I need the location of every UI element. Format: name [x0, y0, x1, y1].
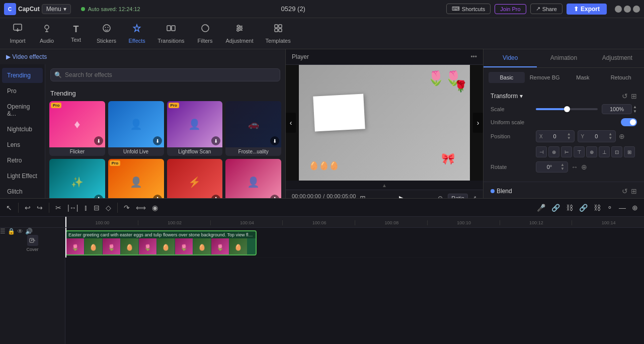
toolbar-transitions[interactable]: Transitions: [152, 20, 189, 47]
link-button[interactable]: 🔗: [549, 202, 562, 214]
zoom-tl-button[interactable]: ⊕: [630, 202, 640, 214]
undo-button[interactable]: ↩: [23, 202, 33, 214]
cover-label[interactable]: Cover: [0, 235, 65, 252]
rotate-input[interactable]: [539, 164, 559, 170]
subtab-basic[interactable]: Basic: [489, 72, 525, 83]
align-extra1-icon[interactable]: ⊡: [611, 146, 622, 157]
zoom-button[interactable]: ⊙: [436, 194, 445, 198]
export-button[interactable]: ⬆ Export: [567, 4, 607, 15]
shortcuts-button[interactable]: ⌨ Shortcuts: [446, 4, 491, 14]
align-bottom-icon[interactable]: ⊥: [599, 146, 610, 157]
mic-button[interactable]: 🎤: [535, 202, 547, 214]
download-icon[interactable]: ⬇: [211, 136, 220, 145]
position-reset-button[interactable]: ⊕: [619, 132, 625, 140]
ratio-button[interactable]: Ratio: [448, 194, 468, 198]
delete-button[interactable]: ⊟: [92, 202, 102, 214]
unlink-button[interactable]: ⛓: [592, 202, 603, 214]
track-lock-icon[interactable]: 🔒: [8, 228, 15, 235]
blend-expand-button[interactable]: ⊞: [631, 187, 637, 195]
expand-section-button[interactable]: ⊞: [631, 92, 637, 100]
download-icon[interactable]: ⬇: [94, 136, 103, 145]
split-button[interactable]: ✂: [53, 202, 63, 214]
align-center-h-icon[interactable]: ⊕: [548, 146, 559, 157]
category-light[interactable]: Light Effect: [2, 168, 43, 184]
scale-slider[interactable]: [536, 108, 598, 110]
key-button[interactable]: ⚬: [605, 202, 615, 214]
play-button[interactable]: ▶: [399, 194, 405, 199]
category-retro[interactable]: Retro: [2, 153, 43, 168]
shape-button[interactable]: ◇: [104, 202, 113, 214]
scale-input[interactable]: [602, 104, 632, 114]
category-opening[interactable]: Opening &...: [2, 99, 43, 121]
close-button[interactable]: [633, 6, 640, 13]
joinpro-button[interactable]: Join Pro: [495, 4, 526, 14]
toolbar-templates[interactable]: Templates: [261, 20, 296, 47]
y-input[interactable]: [586, 133, 606, 139]
track-eye-icon[interactable]: 👁: [17, 228, 23, 235]
download-icon[interactable]: ⬇: [153, 136, 162, 145]
split2-button[interactable]: |↔|: [65, 202, 80, 214]
blend-title[interactable]: Blend: [491, 188, 512, 195]
fullscreen-button[interactable]: ⤢: [471, 194, 477, 198]
tab-animation[interactable]: Animation: [537, 49, 590, 67]
effect-twinkle[interactable]: ✨ ⬇ Twinkle: [49, 159, 105, 198]
effect-strobe-pulse[interactable]: ⚡ ⬇ Strobe Pulse: [167, 159, 223, 198]
effect-flickery-shots[interactable]: 👤 ⬇ Flickery Shots: [225, 159, 281, 198]
toolbar-adjustment[interactable]: Adjustment: [221, 20, 259, 47]
link2-button[interactable]: ⛓: [564, 202, 575, 214]
toolbar-stickers[interactable]: Stickers: [92, 20, 121, 47]
align-left-icon[interactable]: ⊣: [536, 146, 547, 157]
toolbar-text[interactable]: T Text: [62, 21, 90, 46]
download-icon[interactable]: ⬇: [270, 195, 279, 198]
share-button[interactable]: ↗ Share: [530, 4, 562, 14]
download-icon[interactable]: ⬇: [211, 195, 220, 198]
search-input[interactable]: [50, 68, 280, 81]
forward-button[interactable]: ↷: [122, 202, 132, 214]
download-icon[interactable]: ⬇: [94, 195, 103, 198]
effect-flicker[interactable]: Pro ♦ ⬇ Flicker: [49, 101, 105, 156]
effect-lightflow-scan[interactable]: Pro 👤 ⬇ Lightflow Scan: [167, 101, 223, 156]
align-right-icon[interactable]: ⊢: [561, 146, 572, 157]
minus-button[interactable]: —: [617, 202, 628, 214]
select-tool-button[interactable]: ↖: [4, 202, 14, 214]
subtab-retouch[interactable]: Retouch: [603, 72, 639, 83]
transform-title[interactable]: Transform ▾: [491, 93, 523, 100]
align-top-icon[interactable]: ⊤: [574, 146, 585, 157]
subtab-mask[interactable]: Mask: [565, 72, 601, 83]
toolbar-filters[interactable]: Filters: [192, 20, 219, 47]
flip-horizontal-button[interactable]: ↔: [571, 163, 578, 171]
rotate-reset-button[interactable]: ⊕: [581, 163, 587, 171]
scale-up-arrow[interactable]: ▲: [633, 105, 637, 109]
align-center-v-icon[interactable]: ⊕: [586, 146, 597, 157]
split3-button[interactable]: ⫿: [82, 202, 90, 214]
track-icon-1[interactable]: ☰: [0, 228, 6, 235]
effect-unfold-live[interactable]: 👤 ⬇ Unfold Live: [108, 101, 164, 156]
rotate-stepper[interactable]: ▲ ▼: [560, 163, 565, 171]
category-lens[interactable]: Lens: [2, 137, 43, 152]
color-button[interactable]: ◉: [150, 202, 160, 214]
scale-down-arrow[interactable]: ▼: [633, 109, 637, 114]
subtab-remove-bg[interactable]: Remove BG: [527, 72, 563, 83]
toolbar-audio[interactable]: Audio: [33, 20, 60, 47]
menu-button[interactable]: Menu ▾: [42, 4, 71, 14]
toolbar-import[interactable]: Import: [4, 20, 31, 47]
category-pro[interactable]: Pro: [2, 83, 43, 99]
align-extra2-icon[interactable]: ⊞: [624, 146, 635, 157]
effect-god-rays[interactable]: Pro 👤 ⬇ God Rays: [108, 159, 164, 198]
x-input[interactable]: [545, 133, 565, 139]
download-icon[interactable]: ⬇: [270, 136, 279, 145]
player-next-button[interactable]: ›: [473, 113, 483, 133]
copy-button[interactable]: ⟺: [134, 202, 148, 214]
tab-video[interactable]: Video: [484, 49, 537, 67]
media-clip[interactable]: Easter greeting card with easter eggs an…: [65, 230, 257, 255]
blend-reset-button[interactable]: ↺: [622, 187, 628, 195]
category-trending[interactable]: Trending: [2, 68, 43, 83]
link3-button[interactable]: 🔗: [577, 202, 590, 214]
download-icon[interactable]: ⬇: [153, 195, 162, 198]
x-stepper[interactable]: ▲ ▼: [567, 132, 571, 140]
redo-button[interactable]: ↪: [35, 202, 45, 214]
toolbar-effects[interactable]: Effects: [123, 20, 150, 47]
timeline-scroll[interactable]: 100:00 100:02 100:04 100:06 100:08 100:1…: [65, 217, 644, 344]
category-glitch[interactable]: Glitch: [2, 184, 43, 198]
tab-adjustment[interactable]: Adjustment: [591, 49, 644, 67]
